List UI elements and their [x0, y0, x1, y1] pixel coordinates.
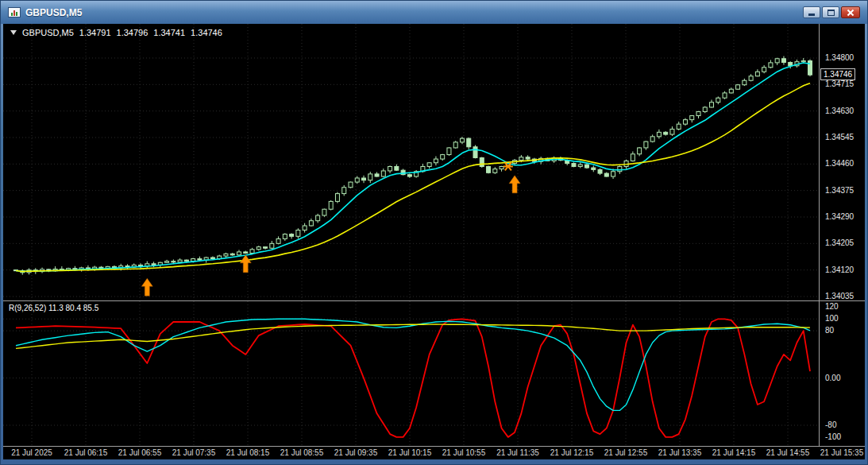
candle-body: [585, 165, 589, 168]
time-label: 21 Jul 13:35: [658, 448, 702, 457]
header-high: 1.34796: [117, 28, 149, 37]
candle-body: [696, 111, 700, 115]
buy-arrow[interactable]: [141, 278, 152, 296]
header-symbol: GBPUSD,M5: [22, 28, 74, 37]
candle-body: [210, 258, 214, 259]
indicator-pane[interactable]: [3, 301, 819, 446]
ohlc-header: GBPUSD,M5 1.34791 1.34796 1.34741 1.3474…: [10, 28, 222, 37]
window-titlebar[interactable]: GBPUSD,M5: [1, 1, 867, 24]
time-label: 21 Jul 12:15: [550, 448, 594, 457]
candle-body: [322, 209, 326, 215]
ma-fast-line: [16, 63, 810, 272]
candle-body: [441, 155, 445, 159]
indicator-tick: 100: [825, 314, 839, 323]
candle-body: [198, 259, 202, 261]
candle-body: [230, 254, 234, 255]
price-tick: 1.34290: [825, 212, 854, 221]
price-pane[interactable]: [3, 24, 819, 300]
candle-body: [683, 120, 687, 124]
candle-body: [316, 215, 320, 221]
candle-body: [427, 163, 431, 167]
candle-body: [388, 166, 392, 170]
candle-body: [224, 254, 228, 256]
price-tick: 1.34120: [825, 265, 854, 274]
candle-body: [769, 63, 773, 68]
candle-body: [237, 252, 241, 255]
candle-body: [650, 137, 654, 141]
candle-body: [572, 164, 576, 167]
candle-body: [178, 260, 182, 262]
header-open: 1.34791: [79, 28, 111, 37]
time-label: 21 Jul 06:55: [118, 448, 162, 457]
candle-body: [407, 175, 411, 176]
time-label: 21 Jul 15:35: [820, 448, 864, 457]
candle-body: [276, 238, 280, 243]
candle-body: [447, 148, 451, 155]
candle-body: [670, 129, 674, 134]
candle-body: [349, 182, 353, 188]
restore-icon: [827, 10, 835, 16]
candle-body: [638, 148, 642, 154]
candle-body: [723, 93, 727, 98]
price-grid: [3, 24, 819, 300]
indicator-tick: 0.00: [825, 374, 840, 382]
candlestick-series: [14, 56, 812, 275]
restore-button[interactable]: [822, 6, 839, 18]
time-label: 21 Jul 10:55: [442, 448, 486, 457]
candle-body: [342, 188, 346, 194]
candle-body: [172, 262, 176, 262]
header-close: 1.34746: [191, 28, 222, 37]
candle-body: [467, 138, 471, 147]
time-label: 21 Jul 14:15: [712, 448, 756, 457]
candle-body: [598, 169, 602, 173]
candle-body: [264, 247, 268, 249]
candle-body: [690, 116, 694, 120]
candle-body: [611, 172, 615, 176]
mt4-chart-window: GBPUSD,M5 1.348001.347151.346301.345451.…: [0, 0, 868, 465]
chart-client-area: 1.348001.347151.346301.345451.344601.343…: [3, 24, 865, 459]
indicator-tick: 120: [825, 302, 839, 311]
time-label: 21 Jul 12:55: [604, 448, 648, 457]
close-button[interactable]: [841, 6, 860, 18]
time-label: 21 Jul 11:35: [496, 448, 539, 457]
price-tick: 1.34630: [825, 107, 854, 115]
candle-body: [152, 264, 156, 265]
candle-body: [257, 247, 260, 250]
candle-body: [500, 166, 503, 169]
price-tick: 1.34205: [825, 238, 854, 247]
chart-window-icon: [8, 7, 21, 17]
price-axis[interactable]: 1.348001.347151.346301.345451.344601.343…: [820, 24, 865, 446]
minimize-button[interactable]: [803, 6, 820, 18]
candle-body: [716, 98, 720, 102]
candle-body: [296, 230, 300, 236]
candle-body: [381, 171, 385, 176]
close-icon: [847, 9, 854, 17]
header-low: 1.34741: [153, 28, 185, 37]
candle-body: [592, 168, 596, 169]
indicator-tick: -80: [825, 420, 836, 429]
price-tick: 1.34800: [825, 53, 854, 62]
candle-body: [604, 173, 608, 176]
candle-body: [270, 243, 274, 248]
candle-body: [710, 103, 714, 107]
candle-body: [729, 89, 733, 93]
indicator-tick: -100: [825, 432, 841, 441]
candle-body: [453, 142, 457, 148]
time-axis[interactable]: 21 Jul 202521 Jul 06:1521 Jul 06:5521 Ju…: [3, 447, 865, 459]
candle-body: [368, 174, 372, 180]
candle-body: [329, 201, 333, 209]
time-label: 21 Jul 06:15: [64, 448, 108, 457]
time-label: 21 Jul 08:55: [280, 448, 324, 457]
candle-body: [526, 157, 530, 159]
current-price-tag: 1.34746: [820, 68, 855, 80]
time-label: 21 Jul 2025: [11, 448, 52, 457]
time-label: 21 Jul 07:35: [172, 448, 216, 457]
time-label: 21 Jul 08:15: [226, 448, 270, 457]
candle-body: [736, 85, 740, 89]
candle-body: [244, 252, 248, 254]
candle-body: [743, 80, 746, 84]
rci-long-line: [16, 324, 810, 348]
candle-body: [250, 250, 254, 254]
pane-separator[interactable]: [3, 300, 865, 301]
candle-body: [165, 262, 169, 263]
